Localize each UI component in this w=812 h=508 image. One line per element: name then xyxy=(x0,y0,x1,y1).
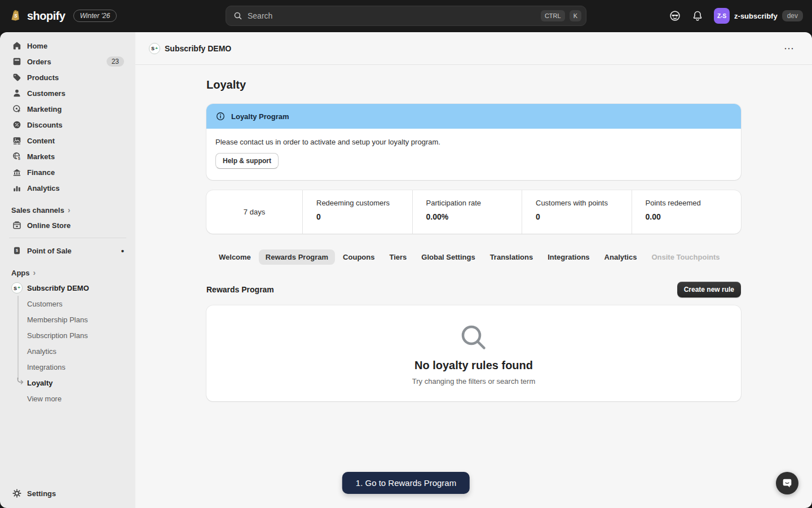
shopify-logo[interactable]: S shopify Winter '26 xyxy=(9,9,117,23)
sidebar-item-point-of-sale[interactable]: $ Point of Sale • xyxy=(6,243,130,259)
sidebar-item-customers[interactable]: Customers xyxy=(6,85,130,101)
products-tag-icon xyxy=(11,72,23,82)
svg-text:$: $ xyxy=(18,156,20,161)
branch-arrow-icon xyxy=(16,378,24,388)
sidebar-item-analytics[interactable]: Analytics xyxy=(6,180,130,196)
sidebar-item-view-more[interactable]: View more xyxy=(0,391,135,406)
search-input[interactable] xyxy=(248,11,536,20)
online-store-icon xyxy=(11,220,23,230)
sidebar-item-app-customers[interactable]: Customers xyxy=(0,296,135,312)
topbar: S shopify Winter '26 CTRL K Z-S z-subs xyxy=(0,0,812,32)
sidebar-label: Orders xyxy=(27,58,51,66)
sidebar-label: Products xyxy=(27,73,59,82)
app-sub-nav: Customers Membership Plans Subscription … xyxy=(0,296,135,406)
shopify-wordmark: shopify xyxy=(27,10,65,23)
app-header: s+ Subscribfy DEMO ⋯ xyxy=(135,32,812,65)
chat-launcher-button[interactable] xyxy=(776,472,798,494)
sidebar-item-loyalty[interactable]: Loyalty xyxy=(0,375,135,391)
sidebar-label: Markets xyxy=(27,152,55,161)
global-search[interactable]: CTRL K xyxy=(226,6,586,26)
account-menu[interactable]: Z-S z-subscribfy dev xyxy=(714,8,803,24)
sidebar-label: Content xyxy=(27,137,55,145)
tab-integrations[interactable]: Integrations xyxy=(541,249,596,265)
sidebar-label: Settings xyxy=(27,489,56,498)
banner-header: Loyalty Program xyxy=(206,104,741,129)
notifications-bell-icon[interactable] xyxy=(691,10,704,22)
page-title: Loyalty xyxy=(206,78,741,91)
sidebar-label: Subscribfy DEMO xyxy=(27,284,89,292)
stat-points-redeemed: Points redeemed 0.00 xyxy=(632,190,742,234)
sidebar-label: Home xyxy=(27,42,47,50)
sidebar-item-markets[interactable]: $ Markets xyxy=(6,148,130,164)
search-empty-icon xyxy=(458,322,489,353)
sidebar-item-orders[interactable]: Orders 23 xyxy=(6,54,130,69)
tab-welcome[interactable]: Welcome xyxy=(212,249,258,265)
help-support-button[interactable]: Help & support xyxy=(215,153,279,169)
dev-badge: dev xyxy=(782,10,803,21)
stat-participation-rate: Participation rate 0.00% xyxy=(412,190,522,234)
loyalty-program-banner: Loyalty Program Please contact us in ord… xyxy=(206,104,741,180)
sidebar-label: Customers xyxy=(27,89,65,98)
rewards-program-section-header: Rewards Program Create new rule xyxy=(206,282,741,297)
sidebar-item-settings[interactable]: Settings xyxy=(6,485,130,501)
banner-title: Loyalty Program xyxy=(231,112,289,121)
orders-icon xyxy=(11,56,23,67)
more-actions-icon[interactable]: ⋯ xyxy=(779,41,798,56)
sidebar-item-content[interactable]: Content xyxy=(6,133,130,148)
sidebar-item-finance[interactable]: Finance xyxy=(6,164,130,180)
tab-coupons[interactable]: Coupons xyxy=(336,249,381,265)
stats-period: 7 days xyxy=(206,190,302,234)
sidebar-label: Finance xyxy=(27,168,55,177)
edition-badge[interactable]: Winter '26 xyxy=(73,10,117,22)
dev-mode-icon[interactable] xyxy=(669,10,681,22)
apps-header[interactable]: Apps › xyxy=(0,265,135,280)
store-name: z-subscribfy xyxy=(734,12,778,20)
sidebar-item-app-integrations[interactable]: Integrations xyxy=(0,359,135,375)
search-icon xyxy=(233,11,243,21)
sidebar: Home Orders 23 Products Customers Market… xyxy=(0,32,135,508)
sidebar-item-products[interactable]: Products xyxy=(6,69,130,85)
shopify-bag-icon: S xyxy=(9,9,23,23)
content-image-icon xyxy=(11,135,23,146)
chat-bubble-icon xyxy=(781,477,793,489)
tab-onsite-touchpoints: Onsite Touchpoints xyxy=(645,249,726,265)
analytics-bars-icon xyxy=(11,183,23,193)
tab-global-settings[interactable]: Global Settings xyxy=(414,249,482,265)
banner-message: Please contact us in order to activate a… xyxy=(215,138,732,146)
tab-rewards-program[interactable]: Rewards Program xyxy=(259,249,335,265)
sidebar-item-marketing[interactable]: Marketing xyxy=(6,101,130,117)
home-icon xyxy=(11,41,23,51)
pos-indicator-dot: • xyxy=(121,246,124,256)
app-header-title: Subscribfy DEMO xyxy=(165,44,231,53)
tab-translations[interactable]: Translations xyxy=(483,249,540,265)
subscribfy-app-icon: s+ xyxy=(11,282,23,294)
subscribfy-app-icon: s+ xyxy=(149,43,160,54)
finance-bank-icon xyxy=(11,167,23,177)
loyalty-tabs: Welcome Rewards Program Coupons Tiers Gl… xyxy=(206,249,741,265)
empty-state-title: No loyalty rules found xyxy=(414,359,533,372)
sidebar-label: Online Store xyxy=(27,221,70,230)
svg-text:S: S xyxy=(14,13,17,19)
sidebar-label: Point of Sale xyxy=(27,247,72,255)
sidebar-item-home[interactable]: Home xyxy=(6,38,130,54)
customers-icon xyxy=(11,88,23,98)
main-area: s+ Subscribfy DEMO ⋯ Loyalty Loyalty Pro… xyxy=(135,32,812,508)
shortcut-k: K xyxy=(570,10,581,21)
guide-step-tooltip: 1. Go to Rewards Program xyxy=(342,472,470,494)
sidebar-item-subscription-plans[interactable]: Subscription Plans xyxy=(0,327,135,343)
chevron-right-icon: › xyxy=(33,268,36,277)
store-avatar: Z-S xyxy=(714,8,730,24)
sidebar-item-online-store[interactable]: Online Store xyxy=(6,217,130,233)
sidebar-label: Discounts xyxy=(27,121,63,129)
info-icon xyxy=(215,111,226,121)
tab-analytics[interactable]: Analytics xyxy=(598,249,644,265)
sidebar-item-discounts[interactable]: Discounts xyxy=(6,117,130,133)
orders-count-badge: 23 xyxy=(107,56,124,67)
sales-channels-header[interactable]: Sales channels › xyxy=(0,203,135,217)
tab-tiers[interactable]: Tiers xyxy=(382,249,413,265)
sidebar-item-app-analytics[interactable]: Analytics xyxy=(0,343,135,359)
sidebar-item-membership-plans[interactable]: Membership Plans xyxy=(0,312,135,327)
create-new-rule-button[interactable]: Create new rule xyxy=(677,282,741,297)
stat-redeeming-customers: Redeeming customers 0 xyxy=(302,190,412,234)
sidebar-item-subscribfy-app[interactable]: s+ Subscribfy DEMO xyxy=(6,280,130,296)
